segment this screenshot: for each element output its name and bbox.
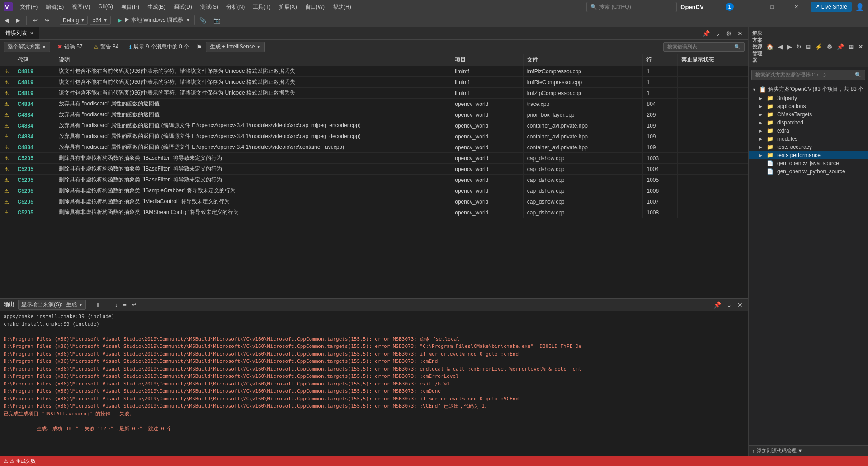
menu-help[interactable]: 帮助(H) <box>329 1 355 13</box>
col-project[interactable]: 项目 <box>451 54 524 66</box>
menu-debug[interactable]: 调试(D) <box>170 1 196 13</box>
menu-file[interactable]: 文件(F) <box>16 1 41 13</box>
col-suppress[interactable]: 禁止显示状态 <box>678 54 748 66</box>
table-row[interactable]: ⚠ C5205 删除具有非虚拟析构函数的抽象类 "IMediaControl" … <box>0 196 748 207</box>
platform-dropdown[interactable]: x64 ▼ <box>90 16 110 25</box>
menu-analyze[interactable]: 分析(N) <box>223 1 249 13</box>
tree-item[interactable]: ▶ 📁 tests accuracy <box>749 143 868 151</box>
menu-test[interactable]: 测试(S) <box>197 1 222 13</box>
table-row[interactable]: ⚠ C4819 该文件包含不能在当前代码页(936)中表示的字符。请将该文件保存… <box>0 88 748 99</box>
sidebar-home-btn[interactable]: 🏠 <box>765 43 775 51</box>
run-dropdown[interactable]: ▶ ▶ 本地 Windows 调试器 ▼ <box>113 15 195 25</box>
redo-btn[interactable]: ↪ <box>42 16 52 24</box>
output-pause-btn[interactable]: ⏸ <box>93 300 103 309</box>
notification-badge[interactable]: 1 <box>726 3 734 11</box>
table-row[interactable]: ⚠ C5205 删除具有非虚拟析构函数的抽象类 "IAMStreamConfig… <box>0 207 748 218</box>
tree-solution-root[interactable]: ▼ 📋 解决方案'OpenCV'(83 个项目，共 83 个 <box>749 85 868 94</box>
table-row[interactable]: ⚠ C5205 删除具有非虚拟析构函数的抽象类 "IBaseFilter" 将导… <box>0 175 748 185</box>
output-wrap-btn[interactable]: ↵ <box>130 300 139 309</box>
scope-dropdown[interactable]: 整个解决方案 ▼ <box>4 42 50 52</box>
table-row[interactable]: ⚠ C4834 放弃具有 "nodiscard" 属性的函数的返回值 (编译源文… <box>0 120 748 131</box>
close-button[interactable]: ✕ <box>786 0 807 14</box>
sidebar-dock-btn[interactable]: ⊞ <box>847 43 855 51</box>
output-pin-btn[interactable]: 📌 <box>712 300 723 309</box>
panel-settings-btn[interactable]: ⚙ <box>724 29 734 38</box>
global-search-box[interactable]: 🔍 搜索 (Ctrl+Q) <box>586 2 677 12</box>
menu-edit[interactable]: 编辑(E) <box>42 1 67 13</box>
undo-btn[interactable]: ↩ <box>30 16 40 24</box>
table-row[interactable]: ⚠ C4834 放弃具有 "nodiscard" 属性的函数的返回值 openc… <box>0 109 748 120</box>
solution-tree[interactable]: ▼ 📋 解决方案'OpenCV'(83 个项目，共 83 个 ▶ 📁 3rdpa… <box>749 83 868 445</box>
error-list-tab[interactable]: 错误列表 ✕ <box>0 27 39 39</box>
panel-close-btn[interactable]: ✕ <box>736 29 745 38</box>
tree-item[interactable]: ▶ 📁 tests performance <box>749 151 868 159</box>
sidebar-nav-forward[interactable]: ▶ <box>786 43 793 51</box>
output-content[interactable]: apps/cmake_install.cmake:39 (include)cma… <box>0 311 748 456</box>
account-icon[interactable]: 👤 <box>855 3 864 11</box>
live-share-button[interactable]: ↗ Live Share <box>811 2 852 12</box>
tree-item[interactable]: ▶ 📁 CMakeTargets <box>749 110 868 119</box>
tree-item[interactable]: ▶ 📁 dispatched <box>749 119 868 127</box>
tree-item[interactable]: ▶ 📁 3rdparty <box>749 94 868 102</box>
menu-project[interactable]: 项目(P) <box>118 1 143 13</box>
tree-item[interactable]: ▶ 📁 modules <box>749 135 868 143</box>
output-filter-btn[interactable]: ≡ <box>121 300 128 309</box>
output-chevron-btn[interactable]: ⌄ <box>725 300 734 309</box>
menu-build[interactable]: 生成(B) <box>144 1 169 13</box>
table-row[interactable]: ⚠ C4834 放弃具有 "nodiscard" 属性的函数的返回值 (编译源文… <box>0 142 748 153</box>
source-control-btn[interactable]: ↑ 添加到源代码管理 ▼ <box>749 445 868 456</box>
sidebar-close-btn[interactable]: ✕ <box>857 43 864 51</box>
message-count-btn[interactable]: ℹ 展示 9 个消息中的 0 个 <box>126 42 193 52</box>
build-intelli-dropdown[interactable]: 生成 + IntelliSense ▼ <box>206 42 265 52</box>
tree-item[interactable]: 📄 gen_opencv_java_source <box>749 159 868 167</box>
table-row[interactable]: ⚠ C5205 删除具有非虚拟析构函数的抽象类 "IBaseFilter" 将导… <box>0 164 748 175</box>
nav-forward[interactable]: ▶ <box>13 16 23 24</box>
col-icon[interactable] <box>0 54 14 66</box>
sidebar-filter-btn[interactable]: ⚡ <box>814 43 824 51</box>
error-table-container[interactable]: 代码 说明 项目 文件 行 禁止显示状态 ⚠ C4819 该文件包含不能在当前代… <box>0 54 748 298</box>
table-row[interactable]: ⚠ C4819 该文件包含不能在当前代码页(936)中表示的字符。请将该文件保存… <box>0 66 748 77</box>
screenshot-btn[interactable]: 📷 <box>211 16 223 24</box>
sidebar-nav-back[interactable]: ◀ <box>777 43 784 51</box>
col-line[interactable]: 行 <box>643 54 678 66</box>
col-code[interactable]: 代码 <box>14 54 55 66</box>
filter-icon[interactable]: ⚑ <box>196 43 202 51</box>
menu-extensions[interactable]: 扩展(X) <box>275 1 301 13</box>
sidebar-pin-btn[interactable]: 📌 <box>835 43 845 51</box>
minimize-button[interactable]: ─ <box>737 0 758 14</box>
col-desc[interactable]: 说明 <box>55 54 451 66</box>
maximize-button[interactable]: □ <box>762 0 783 14</box>
table-row[interactable]: ⚠ C4834 放弃具有 "nodiscard" 属性的函数的返回值 openc… <box>0 99 748 109</box>
sidebar-collapse-btn[interactable]: ⊟ <box>804 43 812 51</box>
table-row[interactable]: ⚠ C4819 该文件包含不能在当前代码页(936)中表示的字符。请将该文件保存… <box>0 77 748 88</box>
panel-pin-btn[interactable]: 📌 <box>700 29 712 38</box>
sidebar-search-box[interactable]: 搜索解决方案资源管理器(Ctrl+;) 🔍 <box>751 70 865 80</box>
table-row[interactable]: ⚠ C5205 删除具有非虚拟析构函数的抽象类 "ISampleGrabber"… <box>0 185 748 196</box>
col-file[interactable]: 文件 <box>523 54 643 66</box>
config-dropdown[interactable]: Debug ▼ <box>60 16 88 25</box>
output-source-dropdown[interactable]: 显示输出来源(S): 生成 ▼ <box>18 300 86 310</box>
output-close-btn[interactable]: ✕ <box>736 300 745 309</box>
menu-tools[interactable]: 工具(T) <box>249 1 274 13</box>
tree-item[interactable]: 📄 gen_opencv_python_source <box>749 167 868 176</box>
sidebar-settings-btn[interactable]: ⚙ <box>826 43 834 51</box>
build-status[interactable]: ⚠ ⚠ 生成失败 <box>4 458 36 465</box>
error-search-box[interactable]: 搜索错误列表 🔍 <box>663 42 745 52</box>
tree-item[interactable]: ▶ 📁 applications <box>749 102 868 110</box>
sidebar-refresh-btn[interactable]: ↻ <box>795 43 802 51</box>
panel-chevron-btn[interactable]: ⌄ <box>713 29 722 38</box>
error-list-tab-close[interactable]: ✕ <box>30 31 33 36</box>
output-up-btn[interactable]: ↑ <box>104 300 111 309</box>
warning-count-btn[interactable]: ⚠ 警告 84 <box>90 42 123 52</box>
menu-view[interactable]: 视图(V) <box>68 1 94 13</box>
table-row[interactable]: ⚠ C5205 删除具有非虚拟析构函数的抽象类 "IBaseFilter" 将导… <box>0 153 748 164</box>
menu-git[interactable]: Git(G) <box>94 1 117 13</box>
table-row[interactable]: ⚠ C4834 放弃具有 "nodiscard" 属性的函数的返回值 (编译源文… <box>0 131 748 142</box>
nav-back[interactable]: ◀ <box>2 16 11 24</box>
output-down-btn[interactable]: ↓ <box>113 300 120 309</box>
tree-item[interactable]: ▶ 📁 extra <box>749 127 868 135</box>
row-desc: 删除具有非虚拟析构函数的抽象类 "IBaseFilter" 将导致未定义的行为 <box>55 153 451 164</box>
menu-window[interactable]: 窗口(W) <box>302 1 328 13</box>
error-count-btn[interactable]: ✖ 错误 57 <box>54 42 86 52</box>
attach-btn[interactable]: 📎 <box>197 16 209 24</box>
